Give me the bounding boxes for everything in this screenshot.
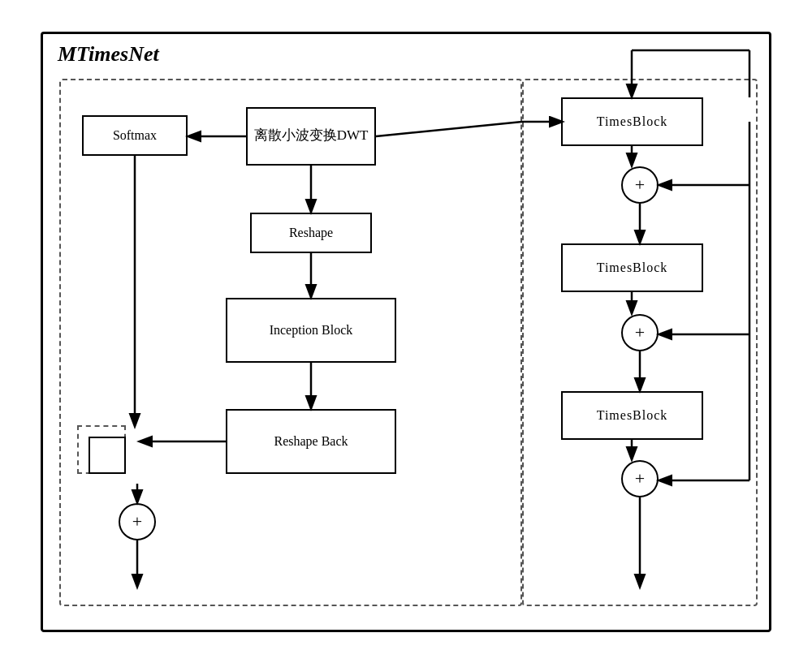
plus-1-label: + — [132, 511, 142, 532]
softmax-box: Softmax — [82, 115, 188, 156]
reshape-back-label: Reshape Back — [274, 434, 348, 449]
plus-circle-3: + — [621, 314, 659, 351]
inception-label: Inception Block — [270, 323, 353, 338]
diagram-container: MTimesNet 离散小波变换DWT Softmax Reshape Ince… — [41, 32, 771, 632]
plus-3-label: + — [635, 322, 645, 343]
dwt-box: 离散小波变换DWT — [246, 107, 376, 166]
times-block-2: TimesBlock — [561, 243, 703, 292]
times-block-3: TimesBlock — [561, 391, 703, 440]
double-rect-icon — [77, 425, 136, 484]
plus-2-label: + — [635, 174, 645, 196]
times-block-1-label: TimesBlock — [597, 114, 668, 129]
softmax-label: Softmax — [113, 128, 157, 143]
inner-rect — [89, 437, 126, 474]
reshape-back-box: Reshape Back — [226, 409, 396, 474]
dwt-label: 离散小波变换DWT — [254, 127, 369, 144]
plus-circle-2: + — [621, 166, 659, 204]
inception-box: Inception Block — [226, 298, 396, 363]
plus-4-label: + — [635, 468, 645, 489]
times-block-3-label: TimesBlock — [597, 408, 668, 423]
plus-circle-4: + — [621, 460, 659, 497]
diagram-title: MTimesNet — [58, 42, 159, 67]
reshape-label: Reshape — [289, 226, 333, 240]
times-block-1: TimesBlock — [561, 97, 703, 146]
times-block-2-label: TimesBlock — [597, 260, 668, 275]
reshape-box: Reshape — [250, 213, 372, 253]
plus-circle-1: + — [119, 503, 156, 540]
